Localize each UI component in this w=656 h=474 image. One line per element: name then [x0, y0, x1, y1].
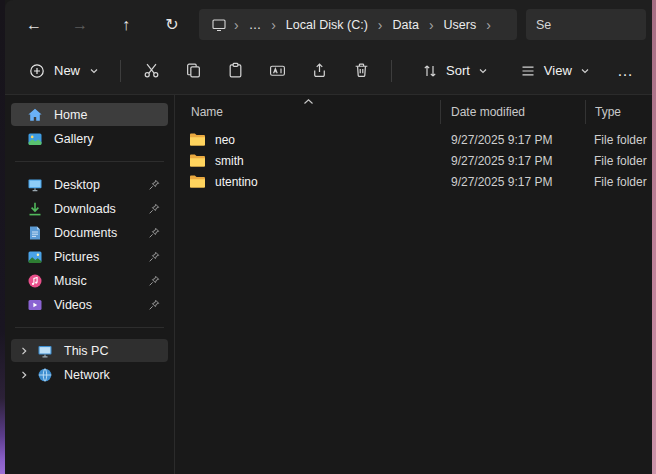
- rename-button[interactable]: [256, 54, 298, 88]
- plus-circle-icon: [29, 63, 45, 79]
- sidebar-item-pictures[interactable]: Pictures: [11, 245, 168, 268]
- sidebar-item-home[interactable]: Home: [11, 103, 168, 126]
- refresh-button[interactable]: ↻: [153, 10, 191, 40]
- desktop-edge-left: [0, 0, 5, 474]
- sidebar-item-label: This PC: [64, 344, 108, 358]
- date-modified-cell: 9/27/2025 9:17 PM: [440, 175, 585, 189]
- share-button[interactable]: [298, 54, 340, 88]
- sidebar-item-documents[interactable]: Documents: [11, 221, 168, 244]
- this-pc-location-icon: [207, 17, 231, 33]
- view-button-label: View: [544, 63, 572, 78]
- file-row-utentino[interactable]: utentino 9/27/2025 9:17 PM File folder: [175, 171, 652, 192]
- refresh-icon: ↻: [165, 15, 178, 34]
- breadcrumb-item-data[interactable]: Data: [385, 15, 425, 35]
- sidebar-item-label: Music: [54, 274, 87, 288]
- column-header-type[interactable]: Type: [585, 100, 652, 124]
- folder-icon: [189, 153, 206, 168]
- breadcrumb-chevron[interactable]: ›: [268, 18, 279, 32]
- navigation-bar: ← → ↑ ↻ › … › Local Disk (C:) › Data › U…: [5, 0, 652, 47]
- breadcrumb-chevron[interactable]: ›: [483, 18, 494, 32]
- chevron-down-icon: [580, 66, 590, 76]
- pin-icon: [148, 203, 160, 215]
- breadcrumb-chevron[interactable]: ›: [375, 18, 386, 32]
- command-toolbar: New: [5, 47, 652, 94]
- chevron-right-icon[interactable]: [15, 342, 33, 360]
- up-icon: ↑: [122, 16, 130, 34]
- sort-button-label: Sort: [446, 63, 470, 78]
- new-button-label: New: [54, 63, 80, 78]
- paste-button[interactable]: [214, 54, 256, 88]
- breadcrumb-item-users[interactable]: Users: [437, 15, 484, 35]
- chevron-right-icon[interactable]: [15, 366, 33, 384]
- copy-button[interactable]: [172, 54, 214, 88]
- chevron-down-icon: [478, 66, 488, 76]
- sidebar-item-downloads[interactable]: Downloads: [11, 197, 168, 220]
- column-header-label: Name: [191, 105, 223, 119]
- name-cell: neo: [175, 132, 440, 147]
- breadcrumb-item-local-disk[interactable]: Local Disk (C:): [279, 15, 375, 35]
- breadcrumb-overflow-button[interactable]: …: [242, 15, 269, 35]
- column-header-label: Type: [595, 105, 621, 119]
- pictures-icon: [27, 249, 43, 265]
- videos-icon: [27, 297, 43, 313]
- column-header-name[interactable]: Name: [175, 100, 440, 124]
- new-button[interactable]: New: [17, 55, 111, 87]
- ellipsis-icon: …: [617, 62, 634, 80]
- sidebar-item-this-pc[interactable]: This PC: [11, 339, 168, 362]
- file-list-panel: Name Date modified Type: [175, 95, 652, 474]
- date-modified-cell: 9/27/2025 9:17 PM: [440, 154, 585, 168]
- column-header-label: Date modified: [451, 105, 525, 119]
- breadcrumb-chevron[interactable]: ›: [231, 18, 242, 32]
- view-button[interactable]: View: [509, 55, 601, 87]
- sort-button[interactable]: Sort: [411, 55, 499, 87]
- sidebar-separator: [15, 327, 164, 328]
- delete-button[interactable]: [340, 54, 382, 88]
- home-icon: [27, 107, 43, 123]
- breadcrumb-chevron[interactable]: ›: [426, 18, 437, 32]
- back-icon: ←: [26, 16, 42, 34]
- pin-icon: [148, 179, 160, 191]
- sidebar-item-music[interactable]: Music: [11, 269, 168, 292]
- search-input[interactable]: Se: [526, 9, 646, 40]
- explorer-window: ← → ↑ ↻ › … › Local Disk (C:) › Data › U…: [5, 0, 652, 474]
- cut-button[interactable]: [130, 54, 172, 88]
- back-button[interactable]: ←: [15, 10, 53, 40]
- sidebar-item-label: Gallery: [54, 132, 94, 146]
- address-bar[interactable]: › … › Local Disk (C:) › Data › Users ›: [199, 9, 517, 40]
- rename-icon: [269, 62, 286, 79]
- file-rows: neo 9/27/2025 9:17 PM File folder: [175, 129, 652, 192]
- file-name: neo: [215, 133, 235, 147]
- trash-icon: [353, 62, 370, 79]
- sidebar-item-label: Desktop: [54, 178, 100, 192]
- more-options-button[interactable]: …: [611, 54, 640, 88]
- search-text: Se: [536, 18, 551, 32]
- sidebar-item-label: Videos: [54, 298, 92, 312]
- clipboard-icon: [227, 62, 244, 79]
- sort-ascending-icon: [303, 98, 314, 106]
- network-icon: [37, 367, 53, 383]
- sidebar-item-gallery[interactable]: Gallery: [11, 127, 168, 150]
- view-list-icon: [520, 63, 536, 79]
- toolbar-divider: [391, 60, 392, 82]
- music-icon: [27, 273, 43, 289]
- column-header-date-modified[interactable]: Date modified: [440, 100, 585, 124]
- sidebar-item-network[interactable]: Network: [11, 363, 168, 386]
- chevron-down-icon: [89, 66, 99, 76]
- type-cell: File folder: [585, 133, 652, 147]
- date-modified-cell: 9/27/2025 9:17 PM: [440, 133, 585, 147]
- sort-arrows-icon: [422, 63, 438, 79]
- file-row-smith[interactable]: smith 9/27/2025 9:17 PM File folder: [175, 150, 652, 171]
- sidebar-item-videos[interactable]: Videos: [11, 293, 168, 316]
- name-cell: smith: [175, 153, 440, 168]
- sidebar-item-label: Network: [64, 368, 110, 382]
- forward-icon: →: [72, 16, 88, 34]
- sidebar-item-desktop[interactable]: Desktop: [11, 173, 168, 196]
- pin-icon: [148, 275, 160, 287]
- file-row-neo[interactable]: neo 9/27/2025 9:17 PM File folder: [175, 129, 652, 150]
- type-cell: File folder: [585, 154, 652, 168]
- pin-icon: [148, 227, 160, 239]
- share-icon: [311, 62, 328, 79]
- up-button[interactable]: ↑: [107, 10, 145, 40]
- sidebar-separator: [15, 161, 164, 162]
- column-headers: Name Date modified Type: [175, 100, 652, 124]
